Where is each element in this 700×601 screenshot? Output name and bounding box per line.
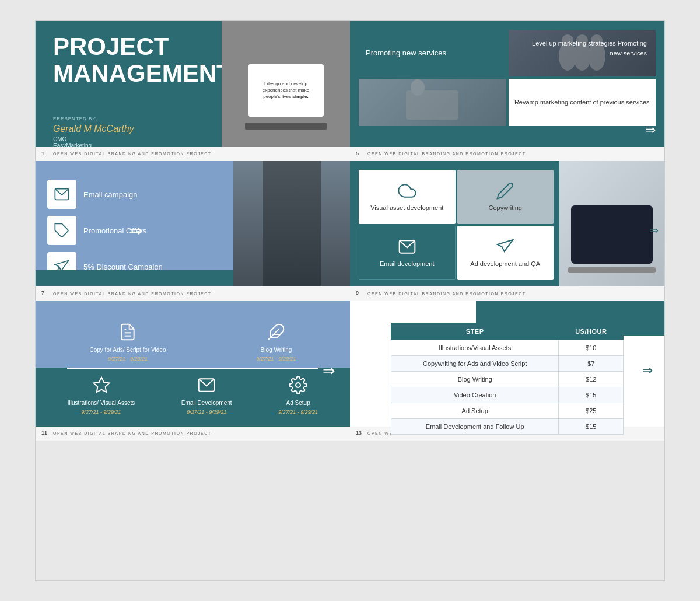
illustrations-icon	[92, 376, 111, 394]
email-campaign-label: Email campaign	[83, 190, 138, 199]
ad-dev-icon	[496, 237, 514, 256]
table-cell-step: Email Development and Follow Up	[391, 419, 559, 435]
gear-icon	[289, 376, 307, 394]
slide7-arrow: ⇒	[129, 221, 142, 240]
svg-point-7	[411, 79, 425, 96]
table-row: Copywriting for Ads and Video Script$7	[391, 356, 623, 372]
tl-blog-label: Blog Writing	[261, 346, 292, 354]
slide-number-5: 5	[356, 151, 359, 156]
slide9-right: ⇒	[559, 161, 664, 301]
footer-text-7: OPEN WEB DIGITAL BRANDING AND PROMOTION …	[53, 292, 212, 296]
tl-email-dev-date: 9/27/21 - 9/29/21	[187, 409, 226, 415]
table-col-price: US/HOUR	[559, 323, 624, 340]
tl-ad-setup-label: Ad Setup	[286, 399, 310, 407]
mail-dev-icon	[398, 237, 416, 256]
laptop-image: I design and develop experiences that ma…	[222, 21, 350, 161]
laptop-screen: I design and develop experiences that ma…	[248, 64, 324, 117]
tl-email-dev: Email Development 9/27/21 - 9/29/21	[181, 373, 232, 415]
ad-dev-label: Ad development and QA	[470, 260, 540, 268]
footer-text-1: OPEN WEB DIGITAL BRANDING AND PROMOTION …	[53, 152, 212, 156]
tl-blog: Blog Writing 9/27/21 - 9/29/21	[256, 320, 296, 362]
slide5-arrow: ⇒	[645, 123, 656, 138]
slide11-arrow: ⇒	[323, 361, 335, 379]
table-row: Email Development and Follow Up$15	[391, 419, 623, 435]
tl-illus-label: Illustrations/ Visual Assets	[68, 399, 135, 407]
slide11-lower: Illustrations/ Visual Assets 9/27/21 - 9…	[36, 368, 350, 435]
table-cell-step: Ad Setup	[391, 403, 559, 419]
cloud-icon	[398, 181, 416, 200]
slide-1: PROJECT MANAGEMENT PRESENTED BY, Gerald …	[36, 21, 350, 161]
footer-text-5: OPEN WEB DIGITAL BRANDING AND PROMOTION …	[368, 152, 526, 156]
table-cell-step: Copywriting for Ads and Video Script	[391, 356, 559, 372]
table-row: Illustrations/Visual Assets$10	[391, 340, 623, 356]
tl-copy-ads: Copy for Ads/ Script for Video 9/27/21 -…	[89, 320, 166, 362]
email-dev-label: Email development	[380, 260, 435, 268]
tl-copy-ads-date: 9/27/21 - 9/29/21	[108, 356, 148, 362]
slide-13: STEP US/HOUR Illustrations/Visual Assets…	[350, 300, 664, 441]
table-cell-price: $12	[559, 372, 624, 387]
slide-7-footer: 7 OPEN WEB DIGITAL BRANDING AND PROMOTIO…	[36, 286, 350, 300]
card-copywriting: Copywriting	[457, 170, 554, 224]
table-row: Ad Setup$25	[391, 403, 623, 419]
slide-5-footer: 5 OPEN WEB DIGITAL BRANDING AND PROMOTIO…	[350, 147, 664, 161]
timeline-line	[67, 368, 318, 369]
card-visual-asset: Visual asset development	[359, 170, 456, 224]
table-cell-price: $10	[559, 340, 624, 356]
laptop-placeholder: I design and develop experiences that ma…	[222, 21, 350, 161]
slide7-right	[233, 161, 350, 301]
slide-number-13: 13	[356, 430, 362, 436]
visual-asset-label: Visual asset development	[370, 204, 443, 212]
slide-number-7: 7	[41, 290, 44, 296]
slide9-arrow: ⇒	[650, 224, 659, 237]
slide11-upper: Copy for Ads/ Script for Video 9/27/21 -…	[36, 300, 350, 368]
tl-illus-date: 9/27/21 - 9/29/21	[81, 409, 121, 415]
table-cell-step: Video Creation	[391, 387, 559, 403]
email-icon-box	[47, 180, 76, 209]
table-cell-price: $7	[559, 356, 624, 372]
slide13-arrow: ⇒	[642, 363, 653, 378]
slide-number-9: 9	[356, 290, 359, 296]
pencil-icon	[496, 181, 514, 200]
footer-text-11: OPEN WEB DIGITAL BRANDING AND PROMOTION …	[53, 431, 212, 435]
pricing-table: STEP US/HOUR Illustrations/Visual Assets…	[391, 323, 624, 435]
card-ad-dev: Ad development and QA	[457, 226, 554, 280]
slide-number-1: 1	[41, 151, 44, 156]
svg-point-18	[296, 383, 300, 387]
slide-7: Email campaign Promotional Offers	[36, 161, 350, 301]
tl-email-dev-label: Email Development	[181, 399, 232, 407]
slide-1-footer: 1 OPEN WEB DIGITAL BRANDING AND PROMOTIO…	[36, 147, 350, 161]
table-cell-price: $15	[559, 387, 624, 403]
promo-icon-box	[47, 216, 76, 245]
email-dev-tl-icon	[197, 376, 216, 394]
table-cell-step: Illustrations/Visual Assets	[391, 340, 559, 356]
tag-icon	[54, 222, 70, 239]
photo-bottom-left	[359, 79, 506, 125]
promo-text-1: Promoting new services	[359, 30, 506, 76]
slide-11-footer: 11 OPEN WEB DIGITAL BRANDING AND PROMOTI…	[36, 427, 350, 441]
table-row: Video Creation$15	[391, 387, 623, 403]
slides-grid: PROJECT MANAGEMENT PRESENTED BY, Gerald …	[35, 20, 665, 581]
slide-11: Copy for Ads/ Script for Video 9/27/21 -…	[36, 300, 350, 441]
card-email-dev: Email development	[359, 226, 456, 280]
slide-9: Visual asset development Copywriting Ema…	[350, 161, 664, 301]
slide-9-footer: 9 OPEN WEB DIGITAL BRANDING AND PROMOTIO…	[350, 286, 664, 300]
tl-copy-ads-label: Copy for Ads/ Script for Video	[89, 346, 166, 354]
svg-rect-6	[406, 90, 459, 120]
tl-blog-date: 9/27/21 - 9/29/21	[256, 356, 296, 362]
table-row: Blog Writing$12	[391, 372, 623, 387]
level-up-text: Level up marketing strategies Promoting …	[519, 39, 647, 58]
mail-icon	[54, 186, 70, 202]
table-col-step: STEP	[391, 323, 559, 340]
slide-5: Promoting new services	[350, 21, 664, 161]
tl-ad-setup: Ad Setup 9/27/21 - 9/29/21	[278, 373, 318, 415]
service-item-email: Email campaign	[47, 180, 222, 209]
table-cell-step: Blog Writing	[391, 372, 559, 387]
revamp-text: Revamp marketing content of previous ser…	[509, 79, 656, 125]
slide7-teal-bar	[36, 270, 233, 286]
table-cell-price: $15	[559, 419, 624, 435]
svg-marker-16	[93, 378, 109, 392]
laptop-outline	[571, 205, 653, 264]
person-silhouette	[262, 161, 321, 287]
tl-ad-setup-date: 9/27/21 - 9/29/21	[278, 409, 318, 415]
copywriting-label: Copywriting	[489, 204, 522, 212]
